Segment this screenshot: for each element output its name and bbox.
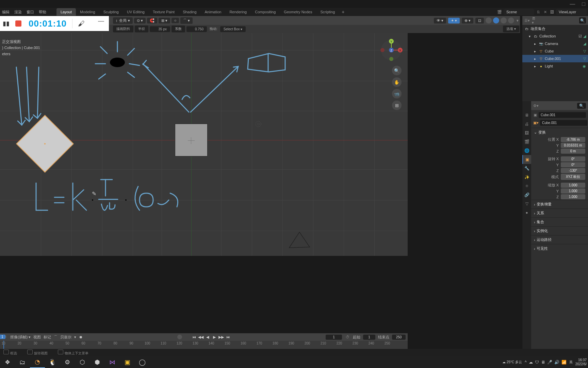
shading-rendered[interactable] [508, 17, 514, 24]
scene-delete-icon[interactable]: ✕ [542, 9, 548, 15]
pivot-dropdown[interactable]: ⊙ ▾ [134, 18, 146, 24]
prop-tab-render[interactable]: 🖥 [522, 111, 531, 120]
menu-help[interactable]: 帮助 [39, 10, 46, 15]
props-search-input[interactable]: 🔍 [577, 103, 586, 109]
overlays-toggle[interactable]: ⊕ ▾ [462, 18, 473, 24]
xray-toggle[interactable]: ⊡ [475, 18, 484, 24]
play-reverse-button[interactable]: ◀ [205, 335, 211, 339]
auto-key-button[interactable] [177, 335, 182, 339]
timeline-ruler[interactable]: 1020304050607080901001101201301401501601… [0, 341, 408, 349]
menu-render[interactable]: 渲染 [14, 10, 22, 15]
keying-dropdown[interactable]: 抠像(插帧) ▾ [10, 335, 31, 340]
scale-y-input[interactable]: 1.000 [561, 188, 585, 194]
prop-tab-scene[interactable]: 🎬 [522, 137, 531, 146]
camera-row[interactable]: ▸📷 Camera ◢ [522, 40, 588, 47]
scene-name-input[interactable] [504, 9, 534, 15]
tab-sculpting[interactable]: Sculpting [99, 8, 123, 16]
light-row[interactable]: ▸● Light ◉ [522, 62, 588, 70]
instancing-panel-header[interactable]: › 实例化 [531, 227, 588, 235]
jump-end-button[interactable]: ⏭ [225, 335, 231, 339]
object-data-icon[interactable]: ▣▾ [533, 120, 539, 126]
zoom-button[interactable]: 🔍 [392, 66, 402, 75]
start-frame-input[interactable] [363, 335, 375, 340]
pan-button[interactable]: ✋ [392, 77, 402, 87]
options-dropdown[interactable]: 选项 ▾ [503, 26, 519, 32]
current-frame-input[interactable] [326, 335, 342, 340]
object-name-input[interactable] [540, 120, 587, 126]
blender-icon[interactable]: ◔ [30, 356, 45, 368]
timeline-menu-view[interactable]: 视图 [33, 335, 41, 340]
prop-tab-output[interactable]: 🖨 [522, 120, 531, 128]
shading-material[interactable] [501, 17, 507, 24]
app-icon-2[interactable]: ▣ [120, 356, 135, 368]
prop-tab-world[interactable]: 🌐 [522, 146, 531, 155]
explorer-icon[interactable]: 🗂 [15, 356, 30, 368]
menu-window[interactable]: 窗口 [27, 10, 34, 15]
scene-browse-icon[interactable]: 🎬 [497, 9, 502, 15]
delta-panel-header[interactable]: › 变换增量 [531, 200, 588, 209]
system-tray[interactable]: ^☁🛡🖥🎤🔊📶 [525, 360, 567, 365]
tab-layout[interactable]: Layout [56, 8, 76, 16]
tab-modeling[interactable]: Modeling [76, 8, 99, 16]
prop-tab-data[interactable]: ▽ [522, 199, 531, 208]
orientation-dropdown[interactable]: ↕ 全局 ▾ [113, 17, 133, 24]
nav-gizmo[interactable]: Y X Z [380, 39, 403, 62]
prop-tab-particles[interactable]: ✨ [522, 173, 531, 182]
prop-tab-viewlayer[interactable]: 🖼 [522, 128, 531, 137]
unity-icon[interactable]: ⬡ [75, 356, 90, 368]
pause-button[interactable]: ▮▮ [0, 17, 12, 30]
viewport-3d[interactable]: ✎ 正交顶视图 ) Collection | Cube.001 eters Y … [0, 33, 408, 256]
next-key-button[interactable]: ▶▶ [218, 335, 224, 339]
tab-texture-paint[interactable]: Texture Paint [149, 8, 179, 16]
browser-icon[interactable]: ◯ [135, 356, 150, 368]
timeline-menu-marker[interactable]: 标记 [44, 335, 51, 340]
relations-panel-header[interactable]: › 关系 [531, 209, 588, 217]
transform-panel-header[interactable]: ⌄ 变换 [531, 128, 588, 137]
brush-tool-icon[interactable]: 🖌 [78, 20, 85, 28]
props-options-icon[interactable]: ⚙▾ [533, 103, 539, 108]
stop-button[interactable] [12, 17, 24, 30]
minimize-button[interactable]: — [570, 1, 575, 7]
viewlayer-name-input[interactable] [556, 9, 587, 15]
rotation-y-input[interactable]: 0° [561, 162, 585, 167]
clock-widget[interactable]: 16:372022/6/ [575, 358, 587, 366]
proportional-dropdown[interactable]: ⌒ ▾ [180, 17, 193, 24]
light-object[interactable] [253, 119, 263, 129]
end-frame-input[interactable] [392, 335, 406, 340]
location-z-input[interactable]: 0 m [561, 149, 585, 154]
proportional-toggle[interactable]: ○ [172, 18, 179, 23]
weather-widget[interactable]: ☁ 25°C 多云 [502, 360, 522, 365]
viewlayer-browse-icon[interactable]: 🖼 [549, 9, 555, 15]
menu-edit[interactable]: 编辑 [2, 10, 10, 15]
outliner-mode-icon[interactable]: ☰▾ [524, 18, 530, 23]
interp-dropdown[interactable]: 贝塞尔 [60, 335, 71, 340]
tab-compositing[interactable]: Compositing [251, 8, 280, 16]
tab-animation[interactable]: Animation [201, 8, 226, 16]
gizmo-toggle[interactable]: ✦ ▾ [448, 18, 460, 24]
scene-new-icon[interactable]: ⎘ [536, 9, 541, 15]
steam-icon[interactable]: ⚙ [60, 356, 75, 368]
visibility-panel-header[interactable]: › 可见性 [531, 244, 588, 253]
outliner-search[interactable]: 🔍 [579, 17, 586, 24]
scale-x-input[interactable]: 1.000 [561, 183, 585, 188]
collections-panel-header[interactable]: › 集合 [531, 218, 588, 226]
prop-tab-material[interactable]: ● [522, 208, 531, 217]
snap-dropdown[interactable]: ⊞ ▾ [159, 18, 170, 24]
tab-add[interactable]: + [339, 8, 347, 16]
prop-tab-modifiers[interactable]: 🔧 [522, 164, 531, 173]
location-y-input[interactable]: 0.016331 m [561, 143, 585, 148]
camera-view-button[interactable]: 📹 [392, 89, 402, 98]
tab-geometry-nodes[interactable]: Geometry Nodes [280, 8, 316, 16]
visibility-dropdown[interactable]: 👁 ▾ [434, 18, 446, 24]
scene-collection-row[interactable]: 🗀 场景集合 [522, 25, 588, 32]
shading-wireframe[interactable] [486, 17, 492, 24]
outliner-display-icon[interactable]: 🖹▾ [532, 18, 537, 23]
drag-dropdown[interactable]: Select Box ▾ [220, 26, 246, 32]
rotation-z-input[interactable]: -130° [561, 168, 585, 173]
prop-tab-physics[interactable]: ⚛ [522, 182, 531, 190]
vs-icon[interactable]: ⋈ [105, 356, 120, 368]
radius-input[interactable]: 35 px [150, 26, 170, 32]
tab-rendering[interactable]: Rendering [225, 8, 251, 16]
play-button[interactable]: ▶ [211, 335, 217, 339]
motion-panel-header[interactable]: › 运动路径 [531, 235, 588, 244]
